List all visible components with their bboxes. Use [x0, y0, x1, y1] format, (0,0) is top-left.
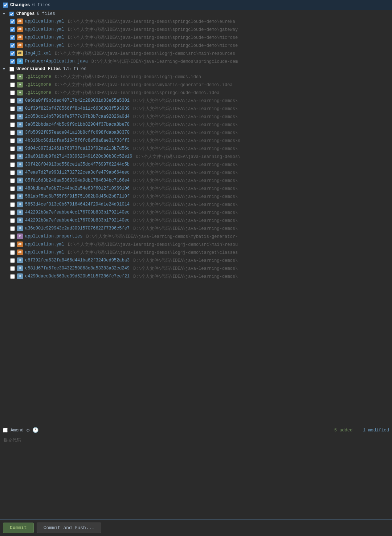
list-item[interactable]: JProducerApplication.javaD:\个人文件\代码\IDEA…	[0, 57, 392, 65]
hash-file-icon: H	[17, 130, 23, 135]
changes-section-header[interactable]: ▼ Changes 6 files	[0, 10, 392, 17]
file-name: application.yml	[25, 19, 64, 24]
commit-button[interactable]: Commit	[3, 523, 34, 533]
gear-icon[interactable]: ⚙	[26, 427, 29, 433]
file-name: c581d67fa5fee30432250868e8a53383a32cd249	[25, 266, 130, 271]
file-checkbox[interactable]	[10, 122, 15, 127]
changes-section-count: 6 files	[37, 11, 55, 16]
changes-section-checkbox[interactable]	[9, 12, 14, 16]
list-item[interactable]: YMLapplication.ymlD:\个人文件\代码\IDEA\java-l…	[0, 41, 392, 49]
file-checkbox[interactable]	[10, 226, 15, 231]
file-checkbox[interactable]	[10, 51, 15, 56]
file-checkbox[interactable]	[10, 170, 15, 175]
file-path: D:\个人文件\代码\IDEA\java-learning-demos\	[133, 106, 238, 112]
file-path: D:\个人文件\代码\IDEA\java-learning-demos\	[133, 218, 238, 224]
file-path: D:\个人文件\代码\IDEA\java-learning-demos\spri…	[91, 58, 238, 65]
file-checkbox[interactable]	[10, 202, 15, 207]
list-item[interactable]: H581abf5bc6b755f5f915751082b0d45d2b87110…	[0, 192, 392, 200]
file-checkbox[interactable]	[10, 106, 15, 111]
list-item[interactable]: H442292b8a7efeabbe4cc176709b833b1792140e…	[0, 216, 392, 224]
file-checkbox[interactable]	[10, 274, 15, 279]
file-checkbox[interactable]	[10, 146, 15, 151]
amend-checkbox[interactable]	[3, 428, 8, 433]
file-checkbox[interactable]	[10, 234, 15, 239]
list-item[interactable]: H47eae7d27e993112732722cea3cfe479ab664ee…	[0, 168, 392, 176]
list-item[interactable]: H3fb5092f057eade041a18b8cffc698fdaba8837…	[0, 129, 392, 137]
file-checkbox[interactable]	[10, 242, 15, 247]
file-checkbox[interactable]	[10, 98, 15, 103]
unversioned-section-count: 175 files	[63, 66, 86, 72]
list-item[interactable]: YMLapplication.ymlD:\个人文件\代码\IDEA\java-l…	[0, 248, 392, 256]
list-item[interactable]: H2c858dc14b5799bfe5777c07b8b7caa92826a0d…	[0, 113, 392, 121]
list-item[interactable]: XMLlog4j2.xmlD:\个人文件\代码\IDEA\java-learni…	[0, 49, 392, 57]
yml-file-icon: YML	[17, 249, 23, 255]
list-item[interactable]: H3a852bbdac4f4b5c9f9c1bb82904f37baca8be7…	[0, 121, 392, 129]
list-item[interactable]: G.gitignoreD:\个人文件\代码\IDEA\java-learning…	[0, 81, 392, 89]
file-checkbox[interactable]	[10, 186, 15, 191]
file-path: D:\个人文件\代码\IDEA\java-learning-demos\s	[133, 138, 240, 144]
file-checkbox[interactable]	[10, 154, 15, 159]
file-checkbox[interactable]	[10, 210, 15, 215]
list-item[interactable]: G.gitignoreD:\个人文件\代码\IDEA\java-learning…	[0, 73, 392, 81]
yml-file-icon: YML	[17, 27, 23, 32]
list-item[interactable]: YMLapplication.ymlD:\个人文件\代码\IDEA\java-l…	[0, 33, 392, 41]
list-item[interactable]: YMLapplication.ymlD:\个人文件\代码\IDEA\java-l…	[0, 17, 392, 25]
file-checkbox[interactable]	[10, 90, 15, 95]
list-item[interactable]: H4b316bc60d1cfae51045f6fc8e58a8ae31f03ff…	[0, 137, 392, 145]
clock-icon[interactable]: 🕐	[32, 427, 38, 433]
changes-section-title: Changes	[16, 11, 34, 16]
file-checkbox[interactable]	[10, 178, 15, 183]
unversioned-section-header[interactable]: ▼ Unversioned Files 175 files	[0, 65, 392, 73]
modified-count: 1 modified	[363, 428, 389, 433]
file-path: D:\个人文件\代码\IDEA\java-learning-demos\spri…	[68, 34, 238, 41]
file-checkbox[interactable]	[10, 138, 15, 143]
list-item[interactable]: YMLapplication.ymlD:\个人文件\代码\IDEA\java-l…	[0, 240, 392, 248]
file-checkbox[interactable]	[10, 162, 15, 167]
list-item[interactable]: H0a6da0ff9b3ded40717b42c280031d83e65a530…	[0, 97, 392, 105]
unversioned-section-checkbox[interactable]	[9, 67, 14, 72]
list-item[interactable]: H01f39f823bf478566ff8b4b11c6636303f59393…	[0, 105, 392, 113]
list-item[interactable]: H5853d4cef013c0b6791646424f294d1e24d0101…	[0, 200, 392, 208]
file-checkbox[interactable]	[10, 250, 15, 255]
list-item[interactable]: H30f428f04913bd558ce1a35dc4f7699762244c5…	[0, 161, 392, 168]
file-checkbox[interactable]	[10, 266, 15, 271]
list-item[interactable]: Hc581d67fa5fee30432250868e8a53383a32cd24…	[0, 264, 392, 272]
file-checkbox[interactable]	[10, 114, 15, 119]
file-checkbox[interactable]	[10, 27, 15, 32]
list-item[interactable]: Ha36c001c929943c2ad309157076622f7396c5fe…	[0, 224, 392, 232]
file-checkbox[interactable]	[10, 19, 15, 24]
file-checkbox[interactable]	[10, 218, 15, 223]
file-checkbox[interactable]	[10, 43, 15, 48]
commit-and-push-button[interactable]: Commit and Push...	[37, 523, 101, 533]
commit-message-area	[0, 435, 392, 519]
file-path: D:\个人文件\代码\IDEA\java-learning-demos\	[133, 210, 238, 216]
list-item[interactable]: H488bdbea7e8b73c44bd2a54e63f6012f1096919…	[0, 184, 392, 192]
file-checkbox[interactable]	[10, 82, 15, 87]
file-name: .gitignore	[25, 90, 51, 95]
file-path: D:\个人文件\代码\IDEA\java-learning-demos\myba…	[55, 82, 233, 88]
hash-file-icon: H	[17, 122, 23, 127]
commit-message-input[interactable]	[3, 436, 389, 516]
file-checkbox[interactable]	[10, 59, 15, 64]
file-name: 30f428f04913bd558ce1a35dc4f7699762244c5b	[25, 162, 130, 167]
list-item[interactable]: Hc8f392fca632fa8466d441ba62f3240ed952aba…	[0, 256, 392, 264]
list-item[interactable]: H85fd16d3b248aa5360304a9db1784684bc7166e…	[0, 176, 392, 184]
list-item[interactable]: H442292b8a7efeabbe4cc176709b833b1792140e…	[0, 208, 392, 216]
list-item[interactable]: G.gitignoreD:\个人文件\代码\IDEA\java-learning…	[0, 89, 392, 97]
file-checkbox[interactable]	[10, 74, 15, 79]
file-checkbox[interactable]	[10, 194, 15, 199]
file-name: 0a6da0ff9b3ded40717b42c280031d83e65a5301	[25, 98, 130, 103]
file-checkbox[interactable]	[10, 130, 15, 135]
list-item[interactable]: H28a6018bb9fd27143839620491620c80b30c52e…	[0, 153, 392, 161]
added-count: 5 added	[334, 428, 352, 433]
list-item[interactable]: YMLapplication.ymlD:\个人文件\代码\IDEA\java-l…	[0, 25, 392, 33]
header-checkbox[interactable]	[3, 3, 8, 8]
file-checkbox[interactable]	[10, 35, 15, 40]
unversioned-chevron-icon: ▼	[3, 67, 7, 71]
list-item[interactable]: H9d04c8973d2461b76873fda133f92de213b7d56…	[0, 145, 392, 153]
list-item[interactable]: Hc4290dacc0dc563ee39d520b51b5f286fc7eef2…	[0, 272, 392, 280]
amend-label: Amend	[11, 428, 24, 433]
file-path: D:\个人文件\代码\IDEA\java-learning-demos\	[133, 146, 238, 152]
file-checkbox[interactable]	[10, 258, 15, 263]
list-item[interactable]: Papplication.propertiesD:\个人文件\代码\IDEA\j…	[0, 232, 392, 240]
